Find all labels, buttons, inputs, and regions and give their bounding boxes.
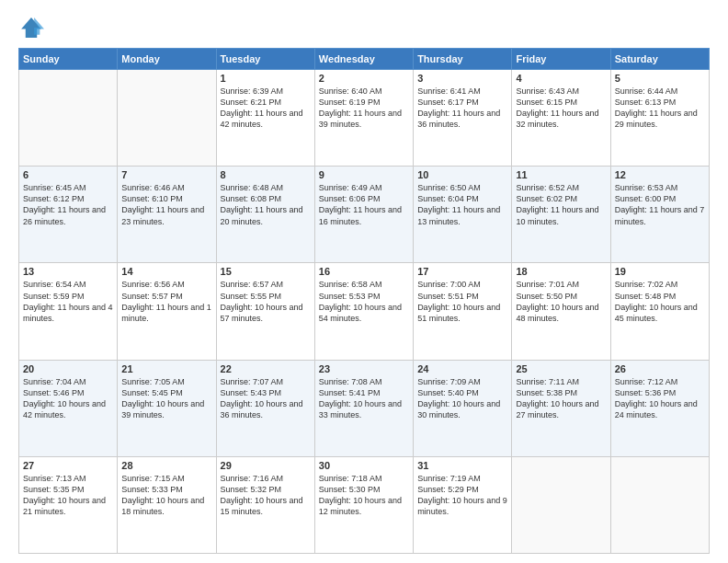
day-number: 9	[319, 169, 409, 180]
calendar-day-cell: 22Sunrise: 7:07 AM Sunset: 5:43 PM Dayli…	[216, 360, 314, 456]
calendar-day-cell: 30Sunrise: 7:18 AM Sunset: 5:30 PM Dayli…	[314, 456, 413, 553]
day-number: 3	[417, 73, 507, 84]
day-info: Sunrise: 7:08 AM Sunset: 5:41 PM Dayligh…	[319, 376, 409, 421]
day-info: Sunrise: 7:12 AM Sunset: 5:36 PM Dayligh…	[615, 376, 705, 421]
day-info: Sunrise: 6:58 AM Sunset: 5:53 PM Dayligh…	[319, 279, 409, 324]
day-info: Sunrise: 7:16 AM Sunset: 5:32 PM Dayligh…	[221, 473, 311, 518]
day-info: Sunrise: 7:07 AM Sunset: 5:43 PM Dayligh…	[221, 376, 311, 421]
day-number: 6	[23, 169, 113, 180]
weekday-header-tuesday: Tuesday	[216, 49, 314, 70]
day-number: 25	[516, 363, 606, 374]
calendar-day-cell: 19Sunrise: 7:02 AM Sunset: 5:48 PM Dayli…	[610, 263, 709, 360]
calendar-day-cell	[610, 456, 709, 553]
calendar-day-cell: 21Sunrise: 7:05 AM Sunset: 5:45 PM Dayli…	[118, 360, 216, 456]
day-info: Sunrise: 6:57 AM Sunset: 5:55 PM Dayligh…	[221, 279, 311, 324]
day-info: Sunrise: 6:50 AM Sunset: 6:04 PM Dayligh…	[417, 182, 507, 227]
day-info: Sunrise: 7:01 AM Sunset: 5:50 PM Dayligh…	[516, 279, 606, 324]
calendar-day-cell: 29Sunrise: 7:16 AM Sunset: 5:32 PM Dayli…	[216, 456, 314, 553]
day-info: Sunrise: 6:48 AM Sunset: 6:08 PM Dayligh…	[221, 182, 311, 227]
day-number: 27	[23, 460, 113, 471]
day-info: Sunrise: 6:56 AM Sunset: 5:57 PM Dayligh…	[121, 279, 211, 324]
day-info: Sunrise: 7:18 AM Sunset: 5:30 PM Dayligh…	[319, 473, 409, 518]
day-info: Sunrise: 7:15 AM Sunset: 5:33 PM Dayligh…	[121, 473, 211, 518]
day-number: 28	[121, 460, 211, 471]
calendar-day-cell: 10Sunrise: 6:50 AM Sunset: 6:04 PM Dayli…	[414, 167, 512, 263]
calendar-day-cell: 13Sunrise: 6:54 AM Sunset: 5:59 PM Dayli…	[19, 263, 118, 360]
page: SundayMondayTuesdayWednesdayThursdayFrid…	[0, 0, 728, 563]
day-info: Sunrise: 6:40 AM Sunset: 6:19 PM Dayligh…	[319, 86, 409, 131]
calendar-day-cell: 3Sunrise: 6:41 AM Sunset: 6:17 PM Daylig…	[414, 70, 512, 167]
weekday-header-sunday: Sunday	[19, 49, 118, 70]
day-info: Sunrise: 6:46 AM Sunset: 6:10 PM Dayligh…	[121, 182, 211, 227]
calendar-day-cell: 9Sunrise: 6:49 AM Sunset: 6:06 PM Daylig…	[314, 167, 413, 263]
day-number: 20	[23, 363, 113, 374]
calendar-day-cell: 12Sunrise: 6:53 AM Sunset: 6:00 PM Dayli…	[610, 167, 709, 263]
day-number: 4	[516, 73, 606, 84]
calendar-week-row: 1Sunrise: 6:39 AM Sunset: 6:21 PM Daylig…	[19, 70, 710, 167]
day-number: 15	[221, 266, 311, 277]
calendar-day-cell: 11Sunrise: 6:52 AM Sunset: 6:02 PM Dayli…	[512, 167, 610, 263]
day-info: Sunrise: 6:45 AM Sunset: 6:12 PM Dayligh…	[23, 182, 113, 227]
day-number: 19	[615, 266, 705, 277]
calendar-day-cell: 8Sunrise: 6:48 AM Sunset: 6:08 PM Daylig…	[216, 167, 314, 263]
weekday-header-saturday: Saturday	[610, 49, 709, 70]
calendar-day-cell: 2Sunrise: 6:40 AM Sunset: 6:19 PM Daylig…	[314, 70, 413, 167]
logo	[18, 15, 48, 40]
calendar-week-row: 13Sunrise: 6:54 AM Sunset: 5:59 PM Dayli…	[19, 263, 710, 360]
logo-icon	[18, 15, 44, 40]
calendar-week-row: 27Sunrise: 7:13 AM Sunset: 5:35 PM Dayli…	[19, 456, 710, 553]
calendar-day-cell: 31Sunrise: 7:19 AM Sunset: 5:29 PM Dayli…	[414, 456, 512, 553]
calendar-day-cell: 27Sunrise: 7:13 AM Sunset: 5:35 PM Dayli…	[19, 456, 118, 553]
calendar-day-cell	[118, 70, 216, 167]
day-info: Sunrise: 7:04 AM Sunset: 5:46 PM Dayligh…	[23, 376, 113, 421]
day-number: 23	[319, 363, 409, 374]
day-number: 18	[516, 266, 606, 277]
day-info: Sunrise: 6:52 AM Sunset: 6:02 PM Dayligh…	[516, 182, 606, 227]
weekday-header-monday: Monday	[118, 49, 216, 70]
day-number: 14	[121, 266, 211, 277]
day-number: 8	[221, 169, 311, 180]
day-number: 17	[417, 266, 507, 277]
day-number: 11	[516, 169, 606, 180]
calendar-day-cell: 20Sunrise: 7:04 AM Sunset: 5:46 PM Dayli…	[19, 360, 118, 456]
day-number: 29	[221, 460, 311, 471]
day-info: Sunrise: 7:19 AM Sunset: 5:29 PM Dayligh…	[417, 473, 507, 518]
day-info: Sunrise: 6:44 AM Sunset: 6:13 PM Dayligh…	[615, 86, 705, 131]
calendar-day-cell: 24Sunrise: 7:09 AM Sunset: 5:40 PM Dayli…	[414, 360, 512, 456]
day-info: Sunrise: 6:54 AM Sunset: 5:59 PM Dayligh…	[23, 279, 113, 324]
day-info: Sunrise: 6:39 AM Sunset: 6:21 PM Dayligh…	[221, 86, 311, 131]
calendar-day-cell: 15Sunrise: 6:57 AM Sunset: 5:55 PM Dayli…	[216, 263, 314, 360]
calendar-header-row: SundayMondayTuesdayWednesdayThursdayFrid…	[19, 49, 710, 70]
weekday-header-thursday: Thursday	[414, 49, 512, 70]
calendar-day-cell: 26Sunrise: 7:12 AM Sunset: 5:36 PM Dayli…	[610, 360, 709, 456]
calendar-day-cell: 28Sunrise: 7:15 AM Sunset: 5:33 PM Dayli…	[118, 456, 216, 553]
calendar-day-cell: 4Sunrise: 6:43 AM Sunset: 6:15 PM Daylig…	[512, 70, 610, 167]
day-number: 13	[23, 266, 113, 277]
calendar-day-cell: 17Sunrise: 7:00 AM Sunset: 5:51 PM Dayli…	[414, 263, 512, 360]
day-number: 12	[615, 169, 705, 180]
calendar-day-cell: 16Sunrise: 6:58 AM Sunset: 5:53 PM Dayli…	[314, 263, 413, 360]
day-number: 31	[417, 460, 507, 471]
day-number: 1	[221, 73, 311, 84]
day-info: Sunrise: 6:49 AM Sunset: 6:06 PM Dayligh…	[319, 182, 409, 227]
weekday-header-friday: Friday	[512, 49, 610, 70]
day-number: 7	[121, 169, 211, 180]
calendar-day-cell	[19, 70, 118, 167]
day-number: 10	[417, 169, 507, 180]
calendar-day-cell: 6Sunrise: 6:45 AM Sunset: 6:12 PM Daylig…	[19, 167, 118, 263]
day-info: Sunrise: 6:43 AM Sunset: 6:15 PM Dayligh…	[516, 86, 606, 131]
day-number: 16	[319, 266, 409, 277]
day-info: Sunrise: 7:09 AM Sunset: 5:40 PM Dayligh…	[417, 376, 507, 421]
day-info: Sunrise: 6:41 AM Sunset: 6:17 PM Dayligh…	[417, 86, 507, 131]
day-info: Sunrise: 7:00 AM Sunset: 5:51 PM Dayligh…	[417, 279, 507, 324]
day-info: Sunrise: 6:53 AM Sunset: 6:00 PM Dayligh…	[615, 182, 705, 227]
day-number: 30	[319, 460, 409, 471]
day-number: 24	[417, 363, 507, 374]
day-number: 21	[121, 363, 211, 374]
calendar-day-cell: 5Sunrise: 6:44 AM Sunset: 6:13 PM Daylig…	[610, 70, 709, 167]
calendar-day-cell: 25Sunrise: 7:11 AM Sunset: 5:38 PM Dayli…	[512, 360, 610, 456]
day-info: Sunrise: 7:05 AM Sunset: 5:45 PM Dayligh…	[121, 376, 211, 421]
calendar-day-cell: 14Sunrise: 6:56 AM Sunset: 5:57 PM Dayli…	[118, 263, 216, 360]
day-info: Sunrise: 7:13 AM Sunset: 5:35 PM Dayligh…	[23, 473, 113, 518]
weekday-header-wednesday: Wednesday	[314, 49, 413, 70]
